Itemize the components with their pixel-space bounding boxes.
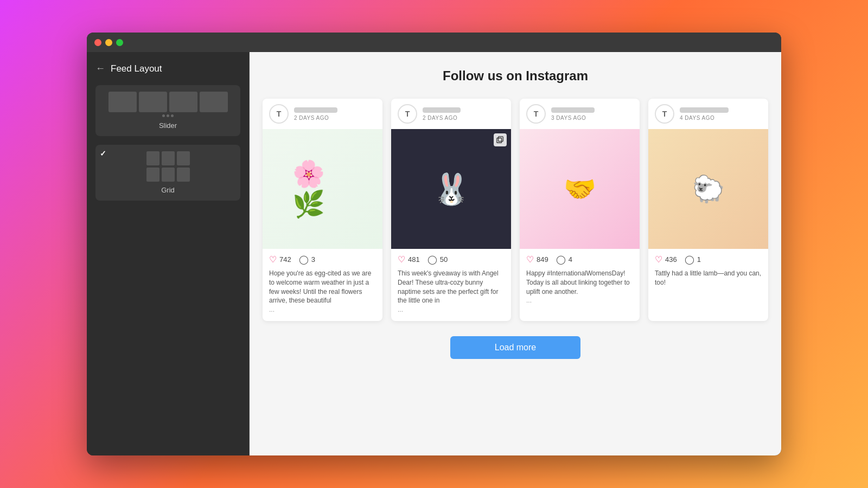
post-header-1: T 2 DAYS AGO: [263, 99, 382, 129]
grid-cell: [162, 168, 175, 182]
grid-cell: [146, 168, 159, 182]
comments-stat-3: ◯ 4: [556, 254, 572, 265]
timestamp-2: 2 DAYS AGO: [423, 115, 505, 121]
avatar-1: T: [269, 104, 289, 124]
post-stats-2: ♡ 481 ◯ 50: [391, 249, 511, 269]
post-card-2[interactable]: T 2 DAYS AGO: [391, 99, 511, 321]
comments-count-2: 50: [440, 255, 448, 264]
username-bar-3: [551, 107, 595, 113]
grid-label: Grid: [102, 186, 234, 194]
layout-option-slider[interactable]: Slider: [95, 85, 240, 136]
maximize-button[interactable]: [116, 39, 123, 46]
browser-titlebar: [87, 33, 781, 52]
sidebar-header: ← Feed Layout: [95, 61, 240, 76]
post-card-1[interactable]: T 2 DAYS AGO ♡ 742 ◯: [263, 99, 382, 321]
posts-grid: T 2 DAYS AGO ♡ 742 ◯: [263, 99, 768, 321]
comments-stat-4: ◯ 1: [685, 254, 701, 265]
avatar-3: T: [526, 104, 546, 124]
likes-stat-3: ♡ 849: [526, 254, 548, 265]
nav-dot: [162, 114, 165, 117]
likes-count-3: 849: [537, 255, 548, 264]
sidebar-title: Feed Layout: [111, 63, 162, 74]
sidebar: ← Feed Layout: [87, 52, 250, 455]
post-image-4: [648, 129, 768, 249]
post-card-4[interactable]: T 4 DAYS AGO ♡ 436 ◯: [648, 99, 768, 321]
comments-count-1: 3: [311, 255, 315, 264]
comments-count-3: 4: [569, 255, 572, 264]
post-stats-3: ♡ 849 ◯ 4: [520, 249, 640, 269]
comments-stat-2: ◯ 50: [427, 254, 448, 265]
avatar-4: T: [655, 104, 674, 124]
post-image-1: [263, 129, 382, 249]
post-card-3[interactable]: T 3 DAYS AGO ♡ 849 ◯: [520, 99, 640, 321]
caption-ellipsis-3: ...: [526, 296, 633, 305]
slider-preview: [102, 92, 234, 117]
likes-count-2: 481: [408, 255, 420, 264]
slider-card: [139, 92, 167, 112]
caption-ellipsis-1: ...: [269, 305, 376, 314]
post-header-4: T 4 DAYS AGO: [648, 99, 768, 129]
main-area: Follow us on Instagram T 2 DAYS AGO: [250, 52, 781, 455]
multi-icon-2: [494, 133, 507, 146]
heart-icon-4: ♡: [655, 254, 662, 265]
post-header-3: T 3 DAYS AGO: [520, 99, 640, 129]
post-meta-2: 2 DAYS AGO: [423, 107, 505, 121]
caption-text-3: Happy #InternationalWomensDay! Today is …: [526, 269, 630, 296]
post-meta-4: 4 DAYS AGO: [680, 107, 762, 121]
username-bar-1: [294, 107, 337, 113]
avatar-2: T: [398, 104, 417, 124]
window-controls: [94, 39, 123, 46]
slider-card: [108, 92, 137, 112]
post-caption-2: This week's giveaway is with Angel Dear!…: [391, 269, 511, 321]
load-more-button[interactable]: Load more: [450, 336, 580, 359]
comment-icon-2: ◯: [427, 254, 437, 265]
likes-stat-2: ♡ 481: [398, 254, 420, 265]
post-image-3: [520, 129, 640, 249]
caption-text-2: This week's giveaway is with Angel Dear!…: [398, 269, 499, 304]
post-meta-1: 2 DAYS AGO: [294, 107, 376, 121]
post-stats-4: ♡ 436 ◯ 1: [648, 249, 768, 269]
nav-dot: [167, 114, 169, 117]
post-stats-1: ♡ 742 ◯ 3: [263, 249, 382, 269]
nav-dot: [171, 114, 174, 117]
caption-text-1: Hope you're as egg-cited as we are to we…: [269, 269, 371, 304]
comment-icon-4: ◯: [685, 254, 694, 265]
grid-cell: [177, 168, 190, 182]
slider-label: Slider: [102, 121, 234, 130]
likes-count-4: 436: [665, 255, 677, 264]
slider-card: [200, 92, 228, 112]
grid-cell: [177, 151, 190, 165]
post-header-2: T 2 DAYS AGO: [391, 99, 511, 129]
heart-icon-3: ♡: [526, 254, 534, 265]
svg-rect-1: [499, 137, 503, 142]
comment-icon-3: ◯: [556, 254, 566, 265]
minimize-button[interactable]: [105, 39, 112, 46]
post-meta-3: 3 DAYS AGO: [551, 107, 633, 121]
svg-rect-0: [497, 138, 502, 143]
timestamp-3: 3 DAYS AGO: [551, 115, 633, 121]
caption-text-4: Tattly had a little lamb—and you can, to…: [655, 269, 761, 286]
page-heading: Follow us on Instagram: [263, 68, 768, 84]
heart-icon-1: ♡: [269, 254, 277, 265]
timestamp-4: 4 DAYS AGO: [680, 115, 762, 121]
comment-icon-1: ◯: [299, 254, 309, 265]
timestamp-1: 2 DAYS AGO: [294, 115, 376, 121]
post-caption-1: Hope you're as egg-cited as we are to we…: [263, 269, 382, 321]
grid-cell: [162, 151, 175, 165]
back-button[interactable]: ←: [95, 63, 105, 74]
post-caption-3: Happy #InternationalWomensDay! Today is …: [520, 269, 640, 312]
likes-stat-1: ♡ 742: [269, 254, 291, 265]
comments-stat-1: ◯ 3: [299, 254, 315, 265]
username-bar-4: [680, 107, 729, 113]
grid-cell: [146, 151, 159, 165]
post-image-2: [391, 129, 511, 249]
close-button[interactable]: [94, 39, 101, 46]
likes-count-1: 742: [279, 255, 291, 264]
layout-option-grid[interactable]: Grid: [95, 145, 240, 201]
browser-content: ← Feed Layout: [87, 52, 781, 455]
post-caption-4: Tattly had a little lamb—and you can, to…: [648, 269, 768, 294]
caption-ellipsis-2: ...: [398, 305, 505, 314]
comments-count-4: 1: [697, 255, 701, 264]
slider-card: [169, 92, 197, 112]
likes-stat-4: ♡ 436: [655, 254, 677, 265]
